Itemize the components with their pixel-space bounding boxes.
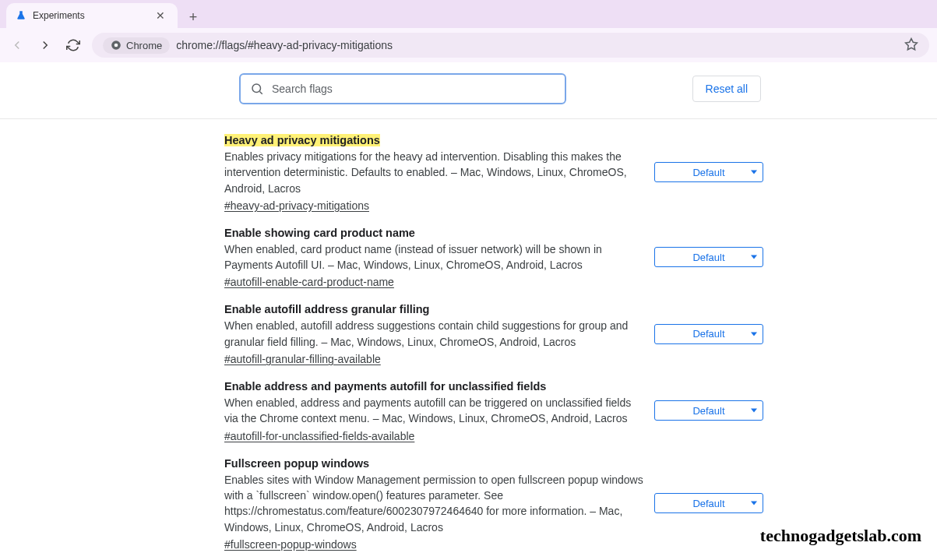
flag-select[interactable]: Default [654,493,763,513]
flag-control: Default [654,302,763,365]
omnibox-label: Chrome [126,40,162,51]
flag-description: Enables privacy mitigations for the heav… [224,149,645,196]
flag-info: Heavy ad privacy mitigationsEnables priv… [224,133,645,212]
svg-point-1 [114,44,118,48]
flag-description: When enabled, autofill address suggestio… [224,318,645,350]
svg-line-4 [259,91,262,93]
flag-row: Heavy ad privacy mitigationsEnables priv… [0,119,937,212]
flag-control: Default [654,456,763,551]
flag-select[interactable]: Default [654,162,763,182]
page-content: Reset all Heavy ad privacy mitigationsEn… [0,62,937,560]
tab-title: Experiments [33,10,146,21]
flag-select[interactable]: Default [654,400,763,421]
flag-select-wrap: Default [654,324,763,344]
flag-description: When enabled, address and payments autof… [224,395,645,427]
flag-row: Enable autofill address granular filling… [0,288,937,365]
flag-anchor-link[interactable]: #heavy-ad-privacy-mitigations [224,199,645,212]
close-icon[interactable]: ✕ [153,9,168,22]
flag-description: Enables sites with Window Management per… [224,472,645,535]
flags-list: Heavy ad privacy mitigationsEnables priv… [0,119,937,560]
address-bar[interactable]: Chrome chrome://flags/#heavy-ad-privacy-… [92,33,929,58]
flag-anchor-link[interactable]: #autofill-granular-filling-available [224,353,645,365]
flag-control: Default [654,379,763,442]
flag-title: Fullscreen popup windows [224,457,369,470]
flag-control: Default [654,226,763,289]
flag-info: Enable address and payments autofill for… [224,379,645,442]
flag-select[interactable]: Default [654,324,763,344]
site-chip[interactable]: Chrome [103,37,170,54]
flag-title: Enable address and payments autofill for… [224,380,546,393]
chrome-icon [111,40,122,51]
reset-all-button[interactable]: Reset all [692,76,761,102]
reload-button[interactable] [64,36,83,55]
tab-experiments[interactable]: Experiments ✕ [6,3,178,28]
flag-select-wrap: Default [654,400,763,421]
flask-icon [16,10,26,21]
flag-anchor-link[interactable]: #autofill-for-unclassified-fields-availa… [224,430,645,442]
watermark-text: technogadgetslab.com [760,526,921,546]
flag-select[interactable]: Default [654,247,763,267]
search-icon [250,82,264,96]
tab-strip: Experiments ✕ + [0,0,937,28]
new-tab-button[interactable]: + [182,6,204,28]
flag-control: Default [654,133,763,212]
flag-info: Fullscreen popup windowsEnables sites wi… [224,456,645,551]
flag-title: Heavy ad privacy mitigations [224,134,380,146]
svg-marker-2 [906,38,918,49]
flag-row: Enable showing card product nameWhen ena… [0,212,937,289]
flag-select-wrap: Default [654,162,763,182]
forward-button[interactable] [36,36,55,55]
flag-row: Enable address and payments autofill for… [0,365,937,442]
search-flags-box[interactable] [239,73,566,104]
flag-description: When enabled, card product name (instead… [224,241,645,273]
back-button[interactable] [8,36,26,55]
bookmark-star-icon[interactable] [904,37,918,54]
browser-chrome: Experiments ✕ + Chrome chrome://flags/#h… [0,0,937,62]
search-input[interactable] [272,83,555,95]
flag-title: Enable showing card product name [224,227,415,239]
flag-anchor-link[interactable]: #fullscreen-popup-windows [224,538,645,551]
search-row: Reset all [0,62,937,119]
flag-info: Enable autofill address granular filling… [224,302,645,365]
flag-select-wrap: Default [654,247,763,267]
flag-anchor-link[interactable]: #autofill-enable-card-product-name [224,276,645,288]
flag-select-wrap: Default [654,493,763,513]
url-text: chrome://flags/#heavy-ad-privacy-mitigat… [176,39,393,51]
svg-point-3 [252,84,261,93]
flag-info: Enable showing card product nameWhen ena… [224,226,645,289]
browser-toolbar: Chrome chrome://flags/#heavy-ad-privacy-… [0,28,937,62]
flag-title: Enable autofill address granular filling [224,303,429,315]
